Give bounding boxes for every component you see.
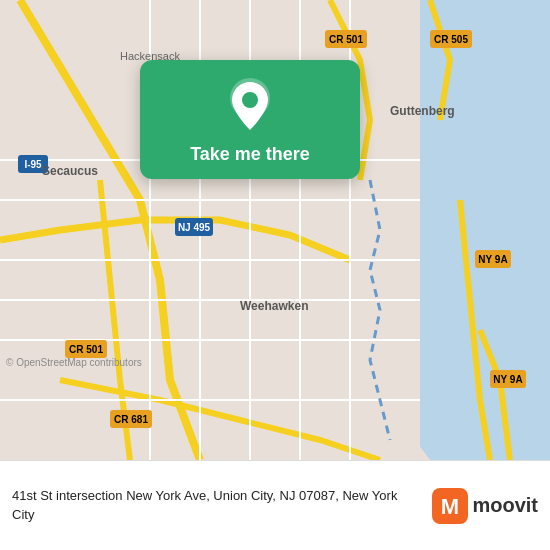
- svg-text:NY 9A: NY 9A: [493, 374, 522, 385]
- moovit-brand-text: moovit: [472, 494, 538, 517]
- moovit-logo: M moovit: [432, 488, 538, 524]
- svg-text:CR 501: CR 501: [69, 344, 103, 355]
- svg-text:CR 681: CR 681: [114, 414, 148, 425]
- svg-text:CR 505: CR 505: [434, 34, 468, 45]
- address-section: 41st St intersection New York Ave, Union…: [12, 487, 422, 523]
- svg-text:CR 501: CR 501: [329, 34, 363, 45]
- svg-text:NJ 495: NJ 495: [178, 222, 211, 233]
- svg-point-37: [242, 92, 258, 108]
- location-pin-icon: [226, 78, 274, 134]
- svg-text:M: M: [441, 494, 459, 519]
- svg-text:Secaucus: Secaucus: [42, 164, 98, 178]
- take-me-there-button[interactable]: Take me there: [190, 144, 310, 165]
- svg-text:Weehawken: Weehawken: [240, 299, 308, 313]
- svg-text:I-95: I-95: [24, 159, 42, 170]
- address-text: 41st St intersection New York Ave, Union…: [12, 487, 422, 523]
- copyright-text: © OpenStreetMap contributors: [6, 357, 142, 368]
- svg-text:Guttenberg: Guttenberg: [390, 104, 455, 118]
- map-container: I-95 NJ 495 CR 501 CR 505 CR 501 CR 681 …: [0, 0, 550, 460]
- svg-text:NY 9A: NY 9A: [478, 254, 507, 265]
- location-card[interactable]: Take me there: [140, 60, 360, 179]
- moovit-brand-icon: M: [432, 488, 468, 524]
- bottom-bar: 41st St intersection New York Ave, Union…: [0, 460, 550, 550]
